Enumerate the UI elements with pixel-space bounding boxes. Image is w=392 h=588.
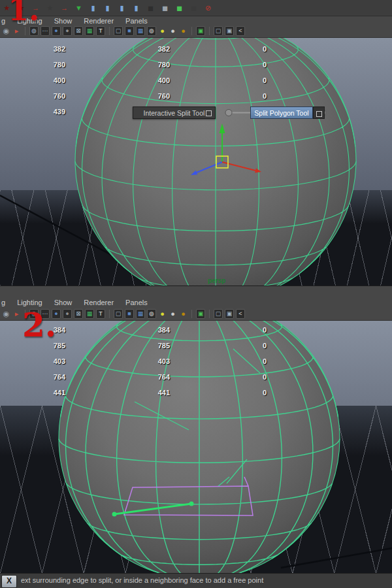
toolbar-separator [109, 27, 110, 35]
default-material-icon[interactable]: ▦ [85, 309, 94, 319]
textured-icon[interactable]: T [96, 309, 105, 319]
poly-count-value: 785 [65, 338, 170, 353]
light-white-icon[interactable]: ● [169, 26, 177, 36]
default-material-icon[interactable]: ▦ [85, 26, 94, 36]
viewport-3d-2[interactable]: 38438407857850403403076476404414410 [0, 321, 392, 574]
green-cone-icon[interactable]: ▼ [74, 3, 83, 13]
rubik-cube-icon[interactable]: ◼ [189, 3, 198, 13]
light-yellow-icon[interactable]: ● [158, 26, 167, 36]
poly-count-value: 0 [170, 88, 267, 104]
menu-partial: g [1, 299, 5, 306]
move-manipulator[interactable] [191, 123, 261, 175]
option-box-icon[interactable] [316, 111, 322, 117]
xray-active-icon[interactable]: ▣ [225, 309, 234, 319]
checker-sphere-icon[interactable]: ◍ [147, 26, 156, 36]
light-gold-icon[interactable]: ● [179, 309, 188, 319]
poly-count-row: 4004000 [0, 73, 281, 88]
poly-count-value: 0 [170, 338, 267, 353]
x-axis-handle[interactable] [222, 162, 255, 171]
menu-item-show[interactable]: Show [54, 299, 73, 306]
z-axis-handle[interactable] [197, 162, 222, 172]
poly-count-value: 400 [0, 73, 65, 88]
flat-shade-icon[interactable]: ● [63, 26, 72, 36]
interactive-split-tool-button[interactable]: Interactive Split Tool [133, 106, 216, 119]
menu-item-panels[interactable]: Panels [125, 299, 148, 306]
poly-count-value: 764 [0, 369, 65, 385]
cylinder-icon-3[interactable]: ▮ [118, 3, 126, 13]
split-polygon-option-button[interactable] [313, 106, 325, 119]
plugin-icon[interactable]: < [236, 309, 245, 319]
spike-tool-icon[interactable]: ★ [46, 3, 54, 13]
poly-count-value: 760 [0, 88, 65, 104]
poly-count-value: 439 [0, 104, 65, 120]
split-vertex[interactable] [112, 512, 117, 517]
menu-item-show[interactable]: Show [54, 17, 73, 25]
menu-item-lighting[interactable]: Lighting [17, 299, 42, 306]
no-render-icon[interactable]: ⊘ [204, 3, 212, 13]
wireframe-icon[interactable]: ◍ [29, 26, 39, 36]
wire-cube-icon[interactable]: ▢ [114, 309, 123, 319]
poly-count-value: 0 [170, 73, 267, 88]
help-text: ext surrounding edge to split, or inside… [21, 576, 263, 584]
toolbar-separator [25, 27, 25, 35]
poly-count-value: 0 [170, 41, 267, 57]
select-arrow-icon[interactable]: ▸ [12, 309, 21, 319]
select-arrow-icon[interactable]: ▸ [12, 26, 21, 36]
plugin-icon[interactable]: < [236, 26, 245, 36]
light-yellow-icon[interactable]: ● [158, 309, 167, 319]
cylinder-icon-4[interactable]: ▮ [132, 3, 140, 13]
menu-items: LightingShowRendererPanels [17, 299, 148, 306]
poly-count-value: 760 [65, 88, 170, 104]
flat-shade-icon[interactable]: ● [63, 309, 72, 319]
shaded-cube-icon[interactable]: ■ [125, 26, 134, 36]
poly-count-value: 400 [65, 73, 170, 88]
poly-count-value: 384 [65, 322, 170, 338]
checker-sphere-icon[interactable]: ◍ [147, 309, 156, 319]
textured-cube-icon[interactable]: ▦ [136, 309, 145, 319]
menu-item-renderer[interactable]: Renderer [84, 17, 114, 25]
z-axis-arrowhead[interactable] [191, 171, 197, 175]
xray-active-icon[interactable]: ▣ [225, 26, 234, 36]
textured-cube-icon[interactable]: ▦ [136, 26, 145, 36]
bounding-box-icon[interactable]: ⊠ [74, 309, 83, 319]
light-gold-icon[interactable]: ● [179, 26, 188, 36]
green-cube-icon[interactable]: ◼ [175, 3, 184, 13]
menu-item-panels[interactable]: Panels [125, 17, 148, 25]
points-icon[interactable]: ⋯ [41, 26, 50, 36]
close-help-button[interactable]: X [1, 575, 17, 588]
poly-count-row: 7807800 [0, 57, 281, 73]
poly-count-row: 7607600 [0, 88, 281, 104]
split-polygon-tool-button[interactable]: Split Polygon Tool [250, 106, 313, 119]
cylinder-icon-1[interactable]: ▮ [89, 3, 97, 13]
bounding-box-icon[interactable]: ⊠ [74, 26, 83, 36]
isolate-select-icon[interactable]: ▣ [196, 309, 205, 319]
xray-icon[interactable]: ▢ [214, 309, 223, 319]
poly-count-value: 780 [0, 57, 65, 73]
poly-count-value: 0 [170, 57, 267, 73]
pan-zoom-icon[interactable]: ◉ [2, 309, 10, 319]
isolate-select-icon[interactable]: ▣ [196, 26, 205, 36]
dark-node-icon[interactable]: ◼ [146, 3, 155, 13]
maya-tutorial-screenshot: ★★→★→▼▮▮▮▮◼◼◼◼⊘ g LightingShowRendererPa… [0, 0, 392, 588]
poly-count-row: 3823820 [0, 41, 281, 57]
toolbar-separator [209, 310, 210, 318]
menu-item-renderer[interactable]: Renderer [84, 299, 114, 306]
gray-cube-icon[interactable]: ◼ [161, 3, 169, 13]
textured-icon[interactable]: T [96, 26, 105, 36]
red-arrow-icon[interactable]: → [60, 3, 69, 13]
wire-cube-icon[interactable]: ▢ [114, 26, 123, 36]
light-white-icon[interactable]: ● [169, 309, 177, 319]
pan-zoom-icon[interactable]: ◉ [2, 26, 10, 36]
menu-partial: g [1, 17, 5, 25]
y-axis-arrowhead[interactable] [220, 123, 225, 133]
cylinder-icon-2[interactable]: ▮ [103, 3, 112, 13]
viewport-3d-1[interactable]: Interactive Split Tool Split Polygon Too… [0, 38, 392, 286]
panel-2: g LightingShowRendererPanels ◉▸◍⋯●●⊠▦T▢■… [0, 286, 392, 574]
shaded-cube-icon[interactable]: ■ [125, 309, 134, 319]
option-box-icon[interactable] [206, 110, 212, 116]
split-vertex[interactable] [189, 502, 194, 506]
x-axis-arrowhead[interactable] [255, 169, 261, 173]
poly-count-value: 0 [170, 322, 267, 338]
xray-icon[interactable]: ▢ [214, 26, 223, 36]
smooth-shade-icon[interactable]: ● [52, 26, 61, 36]
